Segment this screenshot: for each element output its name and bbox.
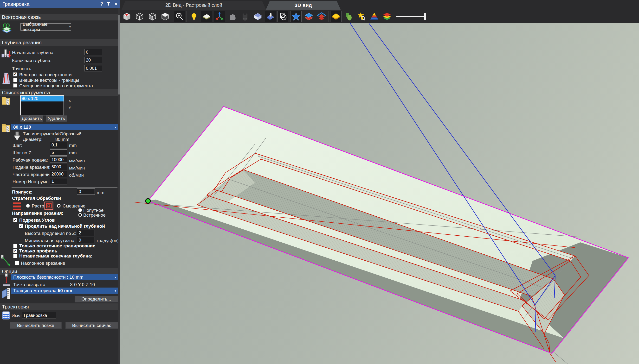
chevron-up-icon: ▴	[115, 126, 116, 129]
profile-only-label: Только профиль	[19, 248, 57, 254]
plunge-input[interactable]: 5000	[50, 164, 67, 170]
extend-above-label: Продлить над начальной глубиной	[25, 224, 105, 229]
cut-direction-label: Направление резания:	[12, 210, 63, 216]
safety-plane-bar[interactable]: Плоскость безопасности : 10 mm ▾	[11, 274, 118, 280]
close-icon[interactable]: ×	[112, 1, 120, 8]
tab-3d-view[interactable]: 3D вид	[266, 1, 341, 10]
profile-only-checkbox[interactable]	[13, 249, 17, 253]
stepz-unit: mm	[69, 150, 77, 156]
view-toolbar	[120, 10, 639, 23]
step-input[interactable]: 0.1	[50, 142, 67, 148]
zoom-icon[interactable]	[174, 11, 185, 22]
panel-scrollbar-thumb[interactable]	[118, 15, 120, 94]
endmill-offset-checkbox[interactable]	[13, 84, 17, 88]
section-options: Опции	[0, 268, 120, 275]
material-thickness-bar[interactable]: Толщина материала: 50 mm ▾	[11, 288, 118, 294]
help-icon[interactable]: ?	[98, 1, 105, 7]
origin-marker	[146, 198, 150, 204]
return-point-value: X:0 Y:0 Z:10	[70, 282, 95, 287]
viewport-3d[interactable]	[120, 23, 639, 364]
rest-engraving-label: Только остаточное гравирование	[19, 243, 95, 248]
view-side-icon[interactable]	[147, 11, 158, 22]
vectors-on-surface-checkbox[interactable]	[13, 72, 17, 76]
rest-engraving-checkbox[interactable]	[13, 244, 17, 248]
toolpath-outline-icon[interactable]	[277, 11, 289, 22]
section-trajectory: Траектория	[0, 304, 120, 310]
tolerance-label: Точность:	[12, 66, 33, 72]
extend-height-input[interactable]: 2	[77, 230, 95, 236]
endmill-offset-label: Смещение концевого инструмента	[19, 83, 93, 88]
feed-label: Рабочая подача:	[13, 158, 48, 163]
spindle-unit: об/мин	[69, 172, 84, 178]
tolerance-input[interactable]: 0.001	[84, 65, 102, 72]
view-front-icon[interactable]	[134, 11, 145, 22]
vector-selector-dropdown[interactable]: Выбранные векторы ▾	[21, 23, 71, 30]
start-depth-input[interactable]: 0	[84, 49, 102, 55]
block-color-icon[interactable]	[381, 11, 393, 22]
stepz-label: Шаг по Z:	[13, 150, 33, 156]
tool-type-label: Тип инструмента:	[23, 131, 60, 136]
offset-radio[interactable]	[57, 204, 61, 208]
show-cylinder-icon[interactable]	[239, 11, 250, 22]
min-slope-label: Минимальная крутизна:	[25, 238, 76, 243]
safety-plane-icon	[2, 273, 11, 287]
toolnumber-input[interactable]: 1	[50, 178, 67, 184]
pyramid-color-icon[interactable]	[369, 11, 380, 22]
climb-radio[interactable]	[78, 208, 82, 212]
step-label: Шаг:	[13, 143, 22, 148]
calculate-now-button[interactable]: Вычислить сейчас	[66, 322, 118, 329]
primitives-green-icon[interactable]	[343, 11, 354, 22]
panel-scrollbar[interactable]	[118, 8, 120, 364]
toggle-light-icon[interactable]	[188, 11, 199, 22]
tool-size-slider[interactable]	[395, 11, 429, 22]
raster-label: Растр	[32, 204, 44, 209]
tool-list-item-selected[interactable]: 80 x 120	[21, 96, 64, 102]
trajectory-name-label: Имя:	[12, 313, 22, 318]
panel-titlebar: Гравировка ? ×	[0, 0, 120, 8]
end-depth-input[interactable]: 20	[84, 57, 102, 63]
conventional-radio[interactable]	[78, 213, 82, 217]
allowance-input[interactable]: 0	[77, 188, 95, 195]
independent-depth-checkbox[interactable]	[13, 254, 17, 258]
extend-above-checkbox[interactable]	[19, 224, 23, 228]
plugin-icon[interactable]	[226, 11, 238, 22]
show-axes-icon[interactable]	[214, 11, 225, 22]
raster-radio[interactable]	[26, 204, 30, 208]
add-tool-button[interactable]: Добавить	[20, 116, 43, 122]
trajectory-name-input[interactable]: Гравировка	[22, 312, 56, 319]
calculate-later-button[interactable]: Вычислить позже	[10, 322, 62, 329]
chevron-down-icon: ▾	[69, 25, 71, 28]
spindle-input[interactable]: 20000	[50, 171, 67, 177]
show-plane-yellow-icon[interactable]	[330, 11, 342, 22]
tool-type-value: V-Образный	[55, 131, 81, 136]
remove-tool-button[interactable]: Удалить	[46, 116, 67, 122]
layers-blue-red-icon[interactable]	[303, 11, 314, 22]
tool-detail-header[interactable]: 80 x 120 ▴	[11, 124, 118, 130]
start-depth-label: Начальная глубина:	[12, 50, 55, 55]
move-tool-down-icon[interactable]: ∨	[67, 105, 72, 110]
pin-icon[interactable]	[105, 2, 112, 6]
show-block-icon[interactable]	[252, 11, 263, 22]
section-depth: Глубина резания	[0, 39, 120, 46]
view-tabbar: 2D Вид - Растровый слой 3D вид	[120, 0, 639, 10]
surface-vectors-icon	[2, 72, 11, 85]
tab-2d-view[interactable]: 2D Вид - Растровый слой	[122, 1, 266, 10]
view-isometric-icon[interactable]	[121, 11, 132, 22]
outer-vectors-checkbox[interactable]	[13, 78, 17, 82]
show-material-icon[interactable]	[201, 11, 212, 22]
move-tool-up-icon[interactable]: ∧	[67, 98, 72, 103]
min-slope-input[interactable]: 0	[77, 237, 95, 243]
preview-star-zoom-icon[interactable]	[356, 11, 367, 22]
tool-listbox[interactable]: 80 x 120	[20, 95, 64, 116]
corner-trim-checkbox[interactable]	[13, 218, 17, 222]
feed-input[interactable]: 10000	[50, 156, 67, 163]
ramp-plunge-checkbox[interactable]	[15, 261, 19, 265]
simulate-toolpath-icon[interactable]	[265, 11, 276, 22]
layers-red-blue-icon[interactable]	[316, 11, 327, 22]
extend-height-label: Высота продления по Z:	[25, 231, 76, 236]
stepz-input[interactable]: 5	[50, 149, 67, 156]
view-top-icon[interactable]	[159, 11, 171, 22]
section-tool-list: Список инструмента	[0, 89, 120, 96]
show-star-icon[interactable]	[290, 11, 301, 22]
define-material-button[interactable]: Определить...	[75, 296, 118, 302]
